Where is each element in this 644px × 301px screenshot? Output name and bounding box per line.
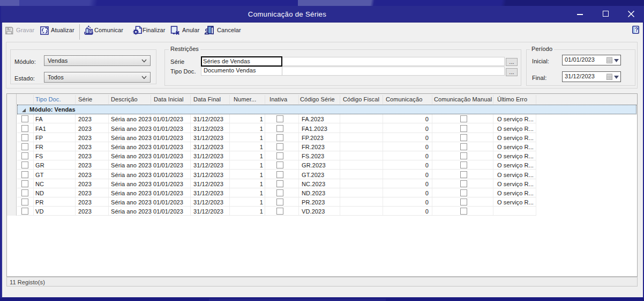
svg-text:?: ? [635,27,638,33]
